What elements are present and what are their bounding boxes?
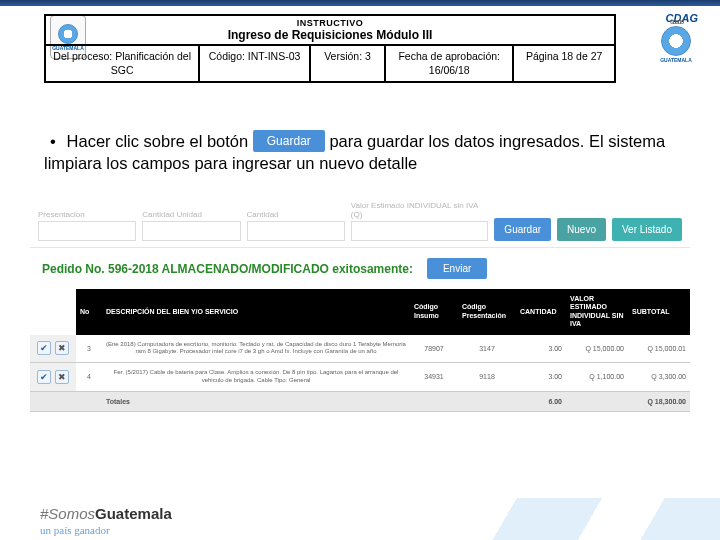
instructivo-label: INSTRUCTIVO: [50, 18, 610, 28]
label-presentacion: Presentacion: [38, 210, 136, 219]
success-text: Pedido No. 596-2018 ALMACENADO/MODIFICAD…: [42, 262, 413, 276]
th-no: No: [76, 289, 102, 335]
instruction-bullet: • Hacer clic sobre el botón Guardar para…: [44, 130, 680, 175]
delete-icon[interactable]: ✖: [55, 341, 69, 355]
th-insumo: Código Insumo: [410, 289, 458, 335]
codigo-cell: Código: INT-INS-03: [200, 46, 310, 81]
table-row: ✔ ✖ 4 Fer. (5/2017) Cable de bateria par…: [30, 363, 690, 392]
flag-decoration: [460, 498, 720, 540]
version-cell: Versión: 3: [311, 46, 386, 81]
enviar-button[interactable]: Enviar: [427, 258, 487, 279]
success-bar: Pedido No. 596-2018 ALMACENADO/MODIFICAD…: [30, 248, 690, 289]
check-icon[interactable]: ✔: [37, 370, 51, 384]
th-desc: DESCRIPCIÓN DEL BIEN Y/O SERVICIO: [102, 289, 410, 335]
input-presentacion[interactable]: [38, 221, 136, 241]
footer-slogan: un país ganador: [40, 524, 110, 536]
app-screenshot: Presentacion Cantidad Unidad Cantidad Va…: [30, 195, 690, 412]
bullet-pre: Hacer clic sobre el botón: [67, 132, 253, 150]
th-cant: CANTIDAD: [516, 289, 566, 335]
totals-row: Totales 6.00 Q 18,300.00: [30, 391, 690, 411]
label-cantidad-unidad: Cantidad Unidad: [142, 210, 240, 219]
input-valor[interactable]: [351, 221, 489, 241]
brand-logo-right: ooooo GUATEMALA: [650, 10, 702, 72]
input-cantidad[interactable]: [247, 221, 345, 241]
label-valor: Valor Estimado INDIVIDUAL sin IVA (Q): [351, 201, 489, 219]
th-present: Código Presentación: [458, 289, 516, 335]
th-select: [30, 289, 76, 335]
pagina-cell: Página 18 de 27: [514, 46, 614, 81]
th-valor: VALOR ESTIMADO INDIVIDUAL SIN IVA: [566, 289, 628, 335]
check-icon[interactable]: ✔: [37, 341, 51, 355]
input-cantidad-unidad[interactable]: [142, 221, 240, 241]
th-subtotal: SUBTOTAL: [628, 289, 690, 335]
footer-hashtag: #SomosGuatemala: [40, 505, 172, 522]
doc-subtitle: Ingreso de Requisiciones Módulo III: [50, 28, 610, 42]
delete-icon[interactable]: ✖: [55, 370, 69, 384]
table-row: ✔ ✖ 3 (Ene 2018) Computadora de escritor…: [30, 335, 690, 363]
entry-form: Presentacion Cantidad Unidad Cantidad Va…: [30, 195, 690, 248]
ver-listado-button[interactable]: Ver Listado: [612, 218, 682, 241]
nuevo-button[interactable]: Nuevo: [557, 218, 606, 241]
fecha-cell: Fecha de aprobación: 16/06/18: [386, 46, 514, 81]
items-table: No DESCRIPCIÓN DEL BIEN Y/O SERVICIO Cód…: [30, 289, 690, 412]
proceso-cell: Del proceso: Planificación del SGC: [46, 46, 200, 81]
guardar-button[interactable]: Guardar: [494, 218, 551, 241]
doc-header: INSTRUCTIVO Ingreso de Requisiciones Mód…: [44, 14, 616, 83]
guardar-chip-inline: Guardar: [253, 130, 325, 152]
label-cantidad: Cantidad: [247, 210, 345, 219]
